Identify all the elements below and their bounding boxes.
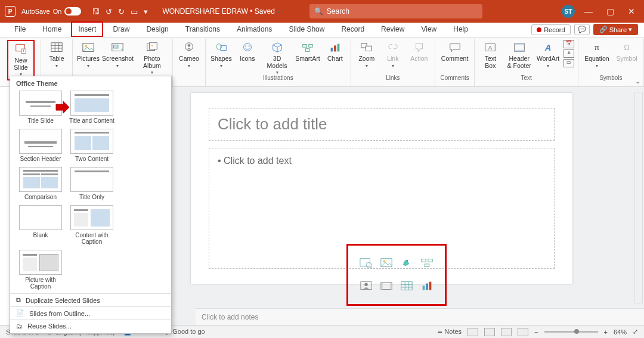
title-placeholder[interactable]: Click to add title	[209, 108, 555, 141]
chart-button[interactable]: Chart	[323, 40, 347, 64]
svg-point-22	[249, 45, 250, 46]
insert-smartart-icon[interactable]	[419, 257, 435, 270]
date-time-icon[interactable]: 📅	[564, 40, 574, 48]
normal-view-button[interactable]	[467, 328, 478, 336]
present-icon[interactable]: ▭	[131, 7, 138, 16]
text-box-button[interactable]: AText Box	[478, 40, 502, 70]
fit-to-window-button[interactable]: ⤢	[633, 328, 638, 336]
collapse-ribbon-icon[interactable]: ⌄	[635, 77, 640, 85]
zoom-in-button[interactable]: +	[604, 328, 608, 336]
body-placeholder[interactable]: • Click to add text	[209, 148, 555, 269]
slide-number-icon[interactable]: #	[564, 49, 574, 58]
maximize-button[interactable]: ▢	[602, 7, 618, 16]
insert-picture-icon[interactable]	[379, 257, 394, 270]
qat-dropdown-icon[interactable]: ▾	[144, 7, 148, 16]
close-button[interactable]: ✕	[624, 7, 639, 16]
insert-chart-icon[interactable]	[419, 280, 435, 293]
svg-line-52	[370, 267, 372, 269]
chart-icon	[327, 41, 343, 54]
tab-design[interactable]: Design	[139, 21, 175, 37]
tab-file[interactable]: File	[7, 21, 33, 37]
share-button[interactable]: 🔗Share▾	[593, 24, 638, 35]
icons-button[interactable]: Icons	[236, 40, 259, 64]
search-box[interactable]: 🔍 Search	[309, 4, 482, 18]
tab-insert[interactable]: Insert	[71, 21, 103, 37]
slides-from-outline-item[interactable]: 📄Slides from Outline...	[10, 306, 171, 320]
new-slide-gallery: Office Theme Title Slide Title and Conte…	[10, 76, 172, 334]
symbol-icon: Ω	[619, 41, 634, 54]
link-button: Link▾	[381, 40, 405, 70]
slide-canvas[interactable]: Click to add title • Click to add text	[191, 93, 572, 284]
layout-title-only[interactable]: Title Only	[68, 167, 116, 200]
layout-picture-with-caption[interactable]: Picture with Caption	[17, 250, 64, 290]
tab-transitions[interactable]: Transitions	[178, 21, 227, 37]
save-icon[interactable]: 🖫	[92, 7, 100, 16]
pictures-button[interactable]: Pictures▾	[76, 40, 100, 70]
minimize-button[interactable]: —	[581, 7, 596, 16]
layout-blank[interactable]: Blank	[17, 205, 64, 245]
redo-icon[interactable]: ↻	[118, 7, 125, 16]
chevron-down-icon[interactable]: ▾	[277, 9, 280, 14]
layout-section-header[interactable]: Section Header	[17, 129, 64, 162]
autosave-toggle[interactable]: AutoSave On	[21, 7, 81, 15]
group-illustrations: Illustrations	[263, 73, 293, 81]
zoom-slider[interactable]	[544, 331, 598, 333]
record-button[interactable]: Record	[531, 24, 570, 35]
svg-rect-55	[422, 259, 426, 262]
wordart-button[interactable]: AWordArt▾	[536, 40, 560, 70]
duplicate-slides-item[interactable]: ⧉Duplicate Selected Slides	[10, 293, 171, 306]
screenshot-button[interactable]: +Screenshot▾	[103, 40, 133, 70]
action-button: Action	[407, 40, 431, 64]
comment-button[interactable]: Comment	[439, 40, 471, 64]
comments-pane-button[interactable]: 💬	[574, 24, 590, 35]
layout-comparison[interactable]: Comparison	[17, 167, 64, 200]
tab-view[interactable]: View	[414, 21, 444, 37]
reading-view-button[interactable]	[501, 328, 512, 336]
zoom-button[interactable]: Zoom▾	[355, 40, 379, 70]
layout-content-with-caption[interactable]: Content with Caption	[68, 205, 116, 245]
photo-album-button[interactable]: Photo Album▾	[135, 40, 169, 77]
3d-models-button[interactable]: 3D Models▾	[262, 40, 292, 77]
notes-pane[interactable]: Click to add notes	[196, 308, 644, 325]
equation-button[interactable]: πEquation▾	[582, 40, 611, 70]
toggle-switch-icon[interactable]	[64, 7, 81, 15]
svg-rect-53	[381, 259, 392, 267]
vertical-scrollbar[interactable]	[634, 92, 643, 303]
layout-title-and-content[interactable]: Title and Content	[68, 91, 116, 124]
cube-icon	[270, 41, 285, 54]
tab-slideshow[interactable]: Slide Show	[281, 21, 332, 37]
tab-draw[interactable]: Draw	[106, 21, 137, 37]
tab-review[interactable]: Review	[374, 21, 411, 37]
insert-cameo-icon[interactable]	[358, 280, 374, 293]
insert-stock-image-icon[interactable]	[358, 257, 374, 270]
svg-rect-3	[51, 43, 62, 52]
tab-record[interactable]: Record	[334, 21, 371, 37]
new-slide-icon: +	[13, 43, 29, 56]
title-bar: P AutoSave On 🖫 ↺ ↻ ▭ ▾ WONDERSHARE EDRA…	[0, 0, 644, 23]
svg-rect-62	[390, 283, 392, 290]
zoom-out-button[interactable]: −	[534, 328, 538, 336]
content-placeholder-icons	[346, 244, 447, 306]
shapes-button[interactable]: Shapes▾	[209, 40, 233, 70]
smartart-button[interactable]: SmartArt	[295, 40, 321, 64]
table-button[interactable]: Table▾	[45, 40, 69, 70]
user-avatar[interactable]: ST	[562, 5, 575, 18]
undo-icon[interactable]: ↺	[106, 7, 112, 16]
tab-home[interactable]: Home	[35, 21, 69, 37]
insert-video-icon[interactable]	[379, 280, 394, 293]
tab-animations[interactable]: Animations	[230, 21, 279, 37]
tab-help[interactable]: Help	[446, 21, 475, 37]
layout-two-content[interactable]: Two Content	[68, 129, 116, 162]
document-title[interactable]: WONDERSHARE EDRAW • Saved ▾	[162, 7, 279, 15]
group-symbols: Symbols	[599, 73, 622, 81]
header-footer-button[interactable]: Header & Footer	[504, 40, 534, 70]
cameo-button[interactable]: Cameo▾	[177, 40, 202, 70]
insert-icon-icon[interactable]	[399, 257, 414, 270]
zoom-level[interactable]: 64%	[614, 328, 627, 336]
insert-table-icon[interactable]	[399, 280, 414, 293]
reuse-slides-item[interactable]: 🗂Reuse Slides...	[10, 320, 171, 332]
object-icon[interactable]: ▭	[564, 59, 574, 67]
sorter-view-button[interactable]	[484, 328, 495, 336]
notes-toggle[interactable]: ≐ Notes	[437, 328, 462, 336]
slideshow-view-button[interactable]	[518, 328, 528, 336]
